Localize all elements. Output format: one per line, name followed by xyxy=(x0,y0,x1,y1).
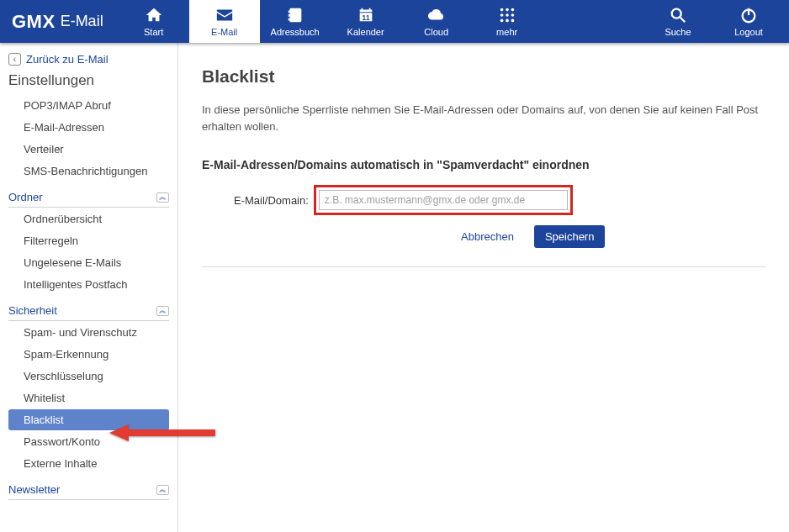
back-label: Zurück zu E-Mail xyxy=(26,53,109,66)
svg-point-12 xyxy=(672,9,681,18)
svg-point-3 xyxy=(500,8,503,12)
nav-mehr-label: mehr xyxy=(496,27,517,37)
svg-rect-0 xyxy=(361,8,363,12)
blacklist-form-row: E-Mail/Domain: xyxy=(202,185,765,215)
sidebar-item-spamvirus[interactable]: Spam- und Virenschutz xyxy=(8,322,169,343)
cancel-button[interactable]: Abbrechen xyxy=(461,230,514,243)
nav-suche[interactable]: Suche xyxy=(643,0,713,43)
sidebar-item-sms[interactable]: SMS-Benachrichtigungen xyxy=(8,161,169,182)
svg-text:11: 11 xyxy=(362,14,370,22)
sidebar-category-ordner[interactable]: Ordner ︽ xyxy=(8,182,169,208)
nav-adressbuch[interactable]: Adressbuch xyxy=(260,0,331,43)
annotation-highlight xyxy=(314,185,573,215)
sidebar-item-addresses[interactable]: E-Mail-Adressen xyxy=(8,117,169,138)
primary-nav: Start E-Mail Adressbuch 11 Kalender Clou… xyxy=(119,0,543,43)
sidebar-item-encryption[interactable]: Verschlüsselung xyxy=(8,366,169,387)
nav-kalender-label: Kalender xyxy=(347,27,384,37)
sidebar-item-password[interactable]: Passwort/Konto xyxy=(8,431,169,452)
sidebar-item-external[interactable]: Externe Inhalte xyxy=(8,453,169,474)
cat-sicherheit-label: Sicherheit xyxy=(8,304,57,317)
svg-point-5 xyxy=(511,8,514,12)
app-header: GMX E-Mail Start E-Mail Adressbuch 11 Ka… xyxy=(0,0,789,43)
settings-sidebar: ‹ Zurück zu E-Mail Einstellungen POP3/IM… xyxy=(0,43,178,532)
nav-start-label: Start xyxy=(144,27,163,37)
sidebar-item-verteiler[interactable]: Verteiler xyxy=(8,139,169,160)
addressbook-icon xyxy=(286,6,304,24)
logo-brand: GMX xyxy=(12,11,56,33)
nav-suche-label: Suche xyxy=(665,27,691,37)
power-icon xyxy=(739,6,758,24)
svg-rect-1 xyxy=(368,8,370,12)
cat-ordner-label: Ordner xyxy=(8,191,42,203)
sidebar-category-newsletter[interactable]: Newsletter ︽ xyxy=(8,475,169,500)
home-icon xyxy=(145,6,163,24)
sidebar-item-intelligent[interactable]: Intelligentes Postfach xyxy=(8,274,169,295)
collapse-icon: ︽ xyxy=(156,192,169,203)
sidebar-category-sicherheit[interactable]: Sicherheit ︽ xyxy=(8,296,169,321)
page-title: Blacklist xyxy=(202,66,765,87)
logo-product: E-Mail xyxy=(61,13,103,30)
section-title: E-Mail-Adressen/Domains automatisch in "… xyxy=(202,158,765,171)
form-actions: Abbrechen Speichern xyxy=(202,225,765,248)
nav-email[interactable]: E-Mail xyxy=(189,0,260,43)
nav-email-label: E-Mail xyxy=(211,27,237,37)
sidebar-item-whitelist[interactable]: Whitelist xyxy=(8,387,169,408)
app-logo: GMX E-Mail xyxy=(0,0,119,43)
nav-start[interactable]: Start xyxy=(119,0,189,43)
search-icon xyxy=(669,6,687,24)
save-button[interactable]: Speichern xyxy=(534,225,606,248)
sidebar-item-spamerk[interactable]: Spam-Erkennung xyxy=(8,344,169,365)
nav-adressbuch-label: Adressbuch xyxy=(271,27,320,37)
nav-kalender[interactable]: 11 Kalender xyxy=(331,0,401,43)
sidebar-item-filter[interactable]: Filterregeln xyxy=(8,230,169,251)
svg-point-4 xyxy=(506,8,509,12)
nav-mehr[interactable]: mehr xyxy=(472,0,543,43)
email-domain-input[interactable] xyxy=(319,190,568,210)
cat-newsletter-label: Newsletter xyxy=(8,483,60,496)
nav-logout-label: Logout xyxy=(734,27,763,37)
sidebar-title: Einstellungen xyxy=(8,72,171,89)
nav-logout[interactable]: Logout xyxy=(713,0,784,43)
section-divider xyxy=(202,266,765,267)
cloud-icon xyxy=(427,6,446,24)
svg-point-7 xyxy=(506,13,509,17)
nav-cloud-label: Cloud xyxy=(424,27,448,37)
chevron-left-icon: ‹ xyxy=(8,53,21,66)
svg-point-10 xyxy=(506,19,509,23)
svg-point-6 xyxy=(500,13,503,17)
svg-line-13 xyxy=(680,18,686,23)
main-content: Blacklist In diese persönliche Sperrlist… xyxy=(178,43,789,532)
back-to-email-link[interactable]: ‹ Zurück zu E-Mail xyxy=(8,50,171,72)
envelope-icon xyxy=(215,6,234,24)
sidebar-item-blacklist[interactable]: Blacklist xyxy=(8,409,169,430)
sidebar-item-overview[interactable]: Ordnerübersicht xyxy=(8,208,169,229)
grid-icon xyxy=(498,6,516,24)
svg-point-8 xyxy=(511,13,514,17)
sidebar-scroll[interactable]: POP3/IMAP Abruf E-Mail-Adressen Verteile… xyxy=(8,94,171,525)
email-domain-label: E-Mail/Domain: xyxy=(234,194,309,207)
calendar-icon: 11 xyxy=(357,6,375,24)
sidebar-item-pop3[interactable]: POP3/IMAP Abruf xyxy=(8,95,169,116)
svg-point-9 xyxy=(500,19,503,23)
nav-cloud[interactable]: Cloud xyxy=(401,0,472,43)
svg-point-11 xyxy=(511,19,514,23)
page-description: In diese persönliche Sperrliste nehmen S… xyxy=(202,102,765,134)
collapse-icon: ︽ xyxy=(156,306,169,316)
collapse-icon: ︽ xyxy=(156,485,169,495)
sidebar-item-unread[interactable]: Ungelesene E-Mails xyxy=(8,252,169,273)
secondary-nav: Suche Logout xyxy=(643,0,789,43)
